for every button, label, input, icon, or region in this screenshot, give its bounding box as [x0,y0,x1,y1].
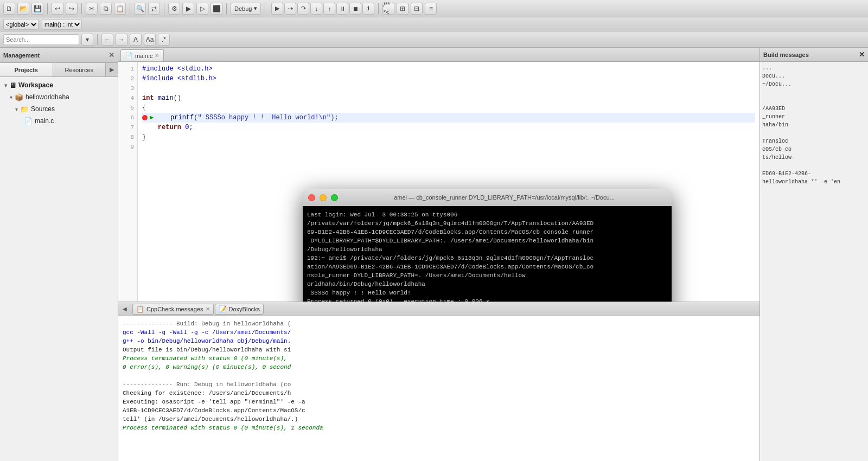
forward-button[interactable]: → [116,34,127,46]
project-arrow-icon: ▾ [10,94,12,100]
editor-area: 📄 main.c ✕ 1 2 3 4 5 6 7 8 9 [118,48,760,302]
undo-button[interactable]: ↩ [52,3,63,15]
redo-button[interactable]: ↪ [66,3,78,15]
sep4 [164,3,164,14]
search-input[interactable] [3,34,79,45]
dropdown-arrow-icon: ▾ [254,5,257,12]
main-layout: Management ✕ Projects Resources ▶ ▾ 🖥 Wo… [0,48,868,461]
debug-controls: ▶ ⇢ ↷ ↓ ↑ ⏸ ⏹ ℹ [271,3,374,15]
term-line-2: /private/var/folders/jg/mpck6_6s18q3n_9q… [307,219,667,228]
sources-label: Sources [31,105,55,113]
log-line-13: Process terminated with status 0 (0 minu… [123,424,755,432]
log-line-6: 0 error(s), 0 warning(s) (0 minute(s), 0… [123,363,755,372]
step-over-button[interactable]: ↷ [297,3,309,15]
breakpoint-marker [142,115,148,120]
right-line-7: _runner [762,113,866,121]
bottom-prev-button[interactable]: ◀ [120,305,129,313]
cut-button[interactable]: ✂ [86,3,98,15]
step-in-button[interactable]: ↓ [310,3,322,15]
code-line-9 [142,142,755,152]
term-line-12: Process returned 0 (0x0) execution time … [307,297,667,302]
bottom-nav-arrows: ◀ [120,305,129,313]
copy-button[interactable]: ⧉ [100,3,112,15]
log-line-3: g++ -o bin/Debug/helloworldhaha obj/Debu… [123,337,755,345]
panel-close-icon[interactable]: ✕ [108,51,114,59]
right-line-15: helloworldhaha *' -e 'en [762,178,866,186]
code-line-1: #include <stdio.h> [142,64,755,74]
cppcheck-close-button[interactable]: ✕ [206,306,210,312]
right-line-2: Docu... [762,72,866,80]
debug-label: Debug [234,5,252,12]
sep5 [226,3,227,14]
editor-tab-main[interactable]: 📄 main.c ✕ [120,49,164,61]
doxy-icon: 📝 [219,305,227,313]
project-icon: 📦 [15,93,23,101]
bottom-panel: ◀ 📋 CppCheck messages ✕ 📝 DoxyBlocks ---… [118,302,760,461]
code-line-6: ▶ printf(" SSSSo happy ! ! Hello world!\… [142,113,755,123]
tab-expand-button[interactable]: ▶ [106,63,118,76]
main-toolbar: 🗋 📂 💾 ↩ ↪ ✂ ⧉ 📋 🔍 ⇄ ⚙ ▶ ▷ ⬛ Debug ▾ ▶ ⇢ … [0,0,868,17]
term-line-6: 192:~ amei$ /private/var/folders/jg/mpck… [307,254,667,262]
tree-sources[interactable]: ▾ 📁 Sources [0,103,118,115]
code-line-2: #include <stdlib.h> [142,74,755,84]
editor-tabs: 📄 main.c ✕ [118,48,760,62]
new-button[interactable]: 🗋 [3,3,15,15]
open-button[interactable]: 📂 [17,3,29,15]
tree-file-main[interactable]: 📄 main.c [0,115,118,127]
highlight-button[interactable]: A [130,34,142,46]
file-label: main.c [35,117,54,125]
right-panel-close-button[interactable]: ✕ [859,50,865,59]
code-line-7: return 0; [142,123,755,132]
log-line-10: Executing: osascript -e 'tell app "Termi… [123,398,755,406]
debug-dropdown[interactable]: Debug ▾ [231,3,261,15]
nav2-button[interactable]: ⊟ [411,3,423,15]
step-out-button[interactable]: ↑ [323,3,335,15]
log-line-11: A1EB-1CD9CEC3AED7/d/CodeBlocks.app/Conte… [123,406,755,415]
paste-button[interactable]: 📋 [114,3,126,15]
search-dropdown-button[interactable]: ▾ [81,34,93,46]
sep3 [130,3,130,14]
stop-button[interactable]: ⬛ [210,3,222,15]
options-button[interactable]: ≡ [425,3,437,15]
editor-tab-close-button[interactable]: ✕ [155,53,159,59]
build-button[interactable]: ▶ [182,3,194,15]
tab-projects[interactable]: Projects [0,63,53,76]
case-button[interactable]: Aa [144,34,156,46]
next-btn[interactable]: ⇢ [284,3,296,15]
bottom-tab-cppcheck[interactable]: 📋 CppCheck messages ✕ [132,304,214,315]
cppcheck-tab-label: CppCheck messages [146,306,203,312]
terminal-minimize-button[interactable] [320,194,327,201]
stop-debug-button[interactable]: ⏹ [349,3,361,15]
right-line-5 [762,97,866,105]
replace-button[interactable]: ⇄ [148,3,160,15]
nav1-button[interactable]: ⊞ [397,3,409,15]
right-line-10: Transloc [762,137,866,145]
right-panel: Build messages ✕ ... Docu... ~/Docu... /… [760,48,868,461]
right-line-4 [762,88,866,97]
terminal-close-button[interactable] [308,194,315,201]
tab-resources[interactable]: Resources [53,63,106,76]
break-button[interactable]: ⏸ [336,3,348,15]
tree-project[interactable]: ▾ 📦 helloworldhaha [0,91,118,103]
term-line-8: nsole_runner DYLD_LIBRARY_PATH=. /Users/… [307,271,667,280]
info-button[interactable]: ℹ [362,3,374,15]
back-button[interactable]: ← [101,34,113,46]
terminal-body[interactable]: Last login: Wed Jul 3 00:38:25 on ttys00… [303,206,672,302]
cppcheck-icon: 📋 [136,305,144,313]
function-selector[interactable]: main() : int [42,19,82,30]
continue-button[interactable]: ▶ [271,3,283,15]
bottom-tab-doxy[interactable]: 📝 DoxyBlocks [215,304,264,315]
regex-button[interactable]: .* [158,34,170,46]
term-line-9: orldhaha/bin/Debug/helloworldhaha [307,280,667,289]
tree-workspace[interactable]: ▾ 🖥 Workspace [0,79,118,91]
find-button[interactable]: 🔍 [134,3,146,15]
right-line-6: /AA93ED [762,105,866,113]
scope-selector[interactable]: <global> [3,19,39,30]
comment-button[interactable]: /** *< [382,3,394,15]
settings-button[interactable]: ⚙ [168,3,180,15]
line-numbers: 1 2 3 4 5 6 7 8 9 [118,62,138,302]
run-debug-button[interactable]: ▷ [196,3,208,15]
right-line-9 [762,129,866,137]
terminal-maximize-button[interactable] [331,194,338,201]
save-button[interactable]: 💾 [31,3,43,15]
